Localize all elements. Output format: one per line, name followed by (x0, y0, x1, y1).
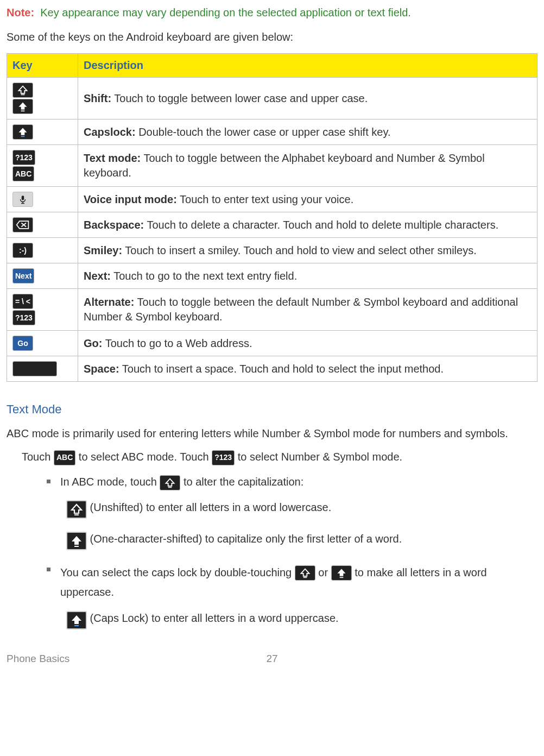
table-row: Backspace: Touch to delete a character. … (7, 212, 537, 238)
abc-key: ABC (12, 166, 34, 181)
intro-paragraph: Some of the keys on the Android keyboard… (7, 30, 537, 45)
key-name: Shift: (84, 92, 111, 104)
shift-outline-big (66, 500, 87, 519)
table-row: Shift: Touch to toggle between lower cas… (7, 78, 537, 119)
page-number: 27 (266, 652, 277, 666)
shift-outline-inline (160, 475, 180, 490)
mic-icon (12, 192, 33, 207)
alt-key: = \ < (12, 294, 33, 309)
bullet-icon (47, 568, 50, 571)
shift-outline-inline-2 (295, 565, 315, 581)
table-row: Space: Touch to insert a space. Touch an… (7, 356, 537, 382)
table-row: Voice input mode: Touch to enter text us… (7, 187, 537, 212)
footer-section: Phone Basics (7, 653, 69, 664)
key-table: Key Description Shift: Touch to toggle b… (7, 53, 537, 382)
bullet-2: You can select the caps lock by double-t… (47, 563, 537, 602)
shift-solid-inline-2 (331, 565, 352, 581)
unshifted-line: (Unshifted) to enter all letters in a wo… (66, 500, 537, 519)
q123-key-2: ?123 (12, 310, 35, 325)
table-row: :-) Smiley: Touch to insert a smiley. To… (7, 238, 537, 263)
go-key: Go (12, 336, 33, 351)
capslock-big (66, 611, 87, 629)
text-mode-heading: Text Mode (7, 401, 537, 418)
q123-key-inline: ?123 (212, 450, 235, 465)
backspace-icon (12, 217, 33, 232)
bullet-icon (47, 480, 50, 483)
bullet-1: In ABC mode, touch to alter the capitali… (47, 475, 537, 491)
capslock-line: (Caps Lock) to enter all letters in a wo… (66, 610, 537, 630)
table-header-row: Key Description (7, 54, 537, 78)
shift-outline-icon (12, 83, 33, 98)
col-key: Key (7, 54, 78, 78)
note: Note: Key appearance may vary depending … (7, 5, 537, 20)
table-row: ?123 ABC Text mode: Touch to toggle betw… (7, 145, 537, 187)
table-row: Go Go: Touch to go to a Web address. (7, 331, 537, 356)
capslock-icon (12, 124, 33, 140)
page-footer: Phone Basics 27 (7, 652, 537, 666)
table-row: Capslock: Double-touch the lower case or… (7, 119, 537, 145)
shift-solid-icon (12, 99, 33, 114)
note-text: Key appearance may vary depending on the… (40, 7, 411, 18)
shift-solid-big (66, 532, 87, 550)
table-row: = \ < ?123 Alternate: Touch to toggle be… (7, 289, 537, 331)
onechar-line: (One-character-shifted) to capitalize on… (66, 531, 537, 551)
touch-line: Touch ABC to select ABC mode. Touch ?123… (22, 450, 537, 466)
smiley-key: :-) (12, 243, 33, 258)
next-key: Next (12, 268, 34, 284)
table-row: Next Next: Touch to go to the next text … (7, 263, 537, 289)
note-label: Note: (7, 7, 34, 18)
col-desc: Description (78, 54, 537, 78)
abc-key-inline: ABC (54, 450, 75, 465)
space-key (12, 361, 57, 376)
text-mode-intro: ABC mode is primarily used for entering … (7, 426, 537, 441)
q123-key: ?123 (12, 150, 35, 165)
